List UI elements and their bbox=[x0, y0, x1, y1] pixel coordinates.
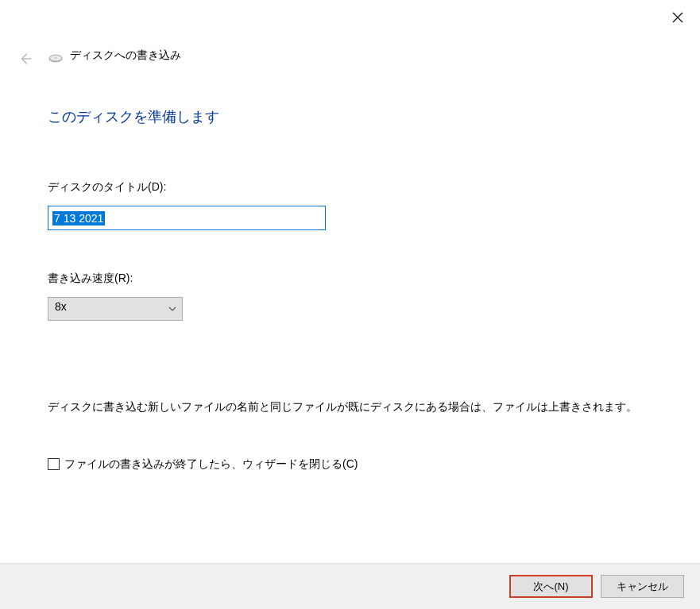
close-wizard-checkbox-row[interactable]: ファイルの書き込みが終了したら、ウィザードを閉じる(C) bbox=[48, 457, 668, 472]
disc-title-label: ディスクのタイトル(D): bbox=[48, 180, 668, 195]
next-button[interactable]: 次へ(N) bbox=[509, 575, 593, 598]
disc-icon bbox=[48, 48, 64, 64]
next-button-label: 次へ(N) bbox=[533, 580, 568, 594]
wizard-title: ディスクへの書き込み bbox=[70, 48, 181, 63]
speed-select[interactable]: 8x bbox=[48, 297, 183, 321]
back-arrow-icon bbox=[18, 52, 33, 66]
close-wizard-checkbox[interactable] bbox=[48, 458, 60, 470]
back-button[interactable] bbox=[16, 49, 35, 68]
wizard-footer: 次へ(N) キャンセル bbox=[0, 563, 700, 609]
close-icon bbox=[672, 12, 683, 23]
speed-label: 書き込み速度(R): bbox=[48, 272, 668, 286]
disc-title-field: ディスクのタイトル(D): 7 13 2021 bbox=[48, 180, 668, 230]
content-area: このディスクを準備します ディスクのタイトル(D): 7 13 2021 書き込… bbox=[48, 107, 668, 472]
close-button[interactable] bbox=[670, 10, 686, 25]
disc-title-input[interactable]: 7 13 2021 bbox=[48, 206, 326, 230]
page-heading: このディスクを準備します bbox=[48, 107, 668, 126]
cancel-button[interactable]: キャンセル bbox=[601, 575, 684, 598]
wizard-header: ディスクへの書き込み bbox=[48, 48, 181, 64]
overwrite-description: ディスクに書き込む新しいファイルの名前と同じファイルが既にディスクにある場合は、… bbox=[48, 396, 668, 418]
close-wizard-checkbox-label: ファイルの書き込みが終了したら、ウィザードを閉じる(C) bbox=[64, 457, 358, 472]
speed-field: 書き込み速度(R): 8x bbox=[48, 272, 668, 321]
disc-title-value: 7 13 2021 bbox=[52, 211, 105, 225]
cancel-button-label: キャンセル bbox=[617, 580, 668, 594]
svg-point-5 bbox=[54, 57, 57, 59]
speed-value: 8x bbox=[55, 300, 67, 313]
